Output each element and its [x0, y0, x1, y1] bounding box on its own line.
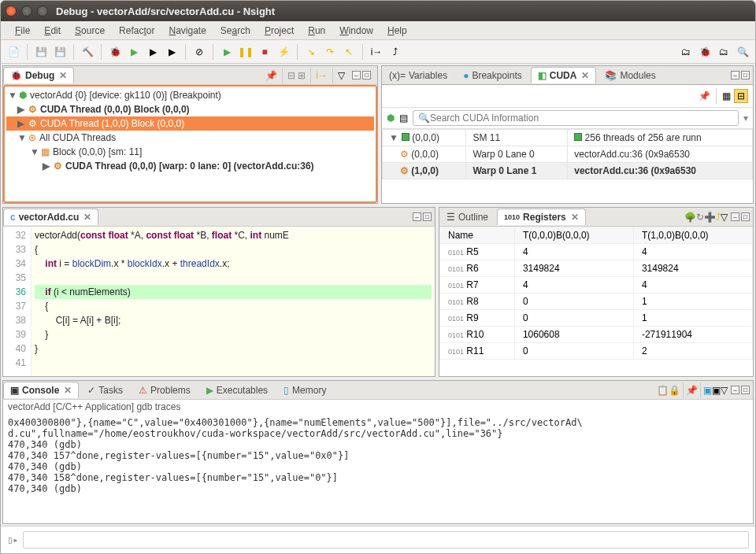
step-over-icon[interactable]: ↷	[322, 44, 338, 60]
perspective-cuda-icon[interactable]: 🗂	[716, 44, 732, 60]
close-icon[interactable]: ✕	[571, 212, 579, 223]
collapse-icon[interactable]: ⊟	[734, 89, 748, 103]
build-icon[interactable]: 🔨	[80, 44, 95, 60]
debug-tree-row[interactable]: ▼⊛All CUDA Threads	[6, 131, 374, 145]
menu-icon[interactable]: ▽	[721, 385, 728, 396]
new-icon[interactable]: 📄	[6, 44, 21, 60]
profile-icon[interactable]: ▶	[145, 44, 161, 60]
register-row[interactable]: 0101 R801	[440, 294, 753, 310]
tab-memory[interactable]: ▯Memory	[276, 382, 333, 398]
pin-icon[interactable]: 📌	[265, 70, 277, 81]
cuda-row[interactable]: ▼ (0,0,0)SM 11 256 threads of 256 are ru…	[383, 130, 753, 146]
maximize-view-icon[interactable]: □	[741, 386, 750, 394]
menu-search[interactable]: Search	[214, 24, 257, 38]
close-icon[interactable]: ✕	[83, 212, 91, 223]
tab-debug[interactable]: 🐞 Debug ✕	[3, 67, 74, 83]
filter-icon[interactable]: ▦	[722, 90, 731, 102]
pin-console-icon[interactable]: 📌	[686, 385, 698, 396]
register-row[interactable]: 0101 R631498243149824	[440, 260, 753, 277]
minimize-view-icon[interactable]: –	[352, 71, 361, 79]
cuda-search[interactable]: 🔍	[413, 110, 739, 126]
register-row[interactable]: 0101 R101060608-271911904	[440, 327, 753, 343]
terminate-icon[interactable]: ■	[257, 44, 272, 60]
cuda-table[interactable]: ▼ (0,0,0)SM 11 256 threads of 256 are ru…	[382, 129, 753, 203]
run-last-icon[interactable]: ▶	[164, 44, 180, 60]
menu-window[interactable]: Window	[333, 24, 380, 38]
perspective-bug-icon[interactable]: 🐞	[697, 44, 713, 60]
cuda-row[interactable]: ⚙ (0,0,0)Warp 0 Lane 0vectorAdd.cu:36 (0…	[383, 146, 753, 163]
perspective-debug-icon[interactable]: 🗂	[678, 44, 694, 60]
resume-icon[interactable]: ▶	[219, 44, 235, 60]
cube-icon[interactable]: ⬢	[387, 113, 395, 124]
close-icon[interactable]: ✕	[64, 385, 72, 396]
menu-edit[interactable]: Edit	[38, 24, 67, 38]
tab-registers[interactable]: 1010Registers✕	[497, 209, 586, 225]
register-row[interactable]: 0101 R901	[440, 310, 753, 327]
open-icon[interactable]: ▣	[712, 385, 721, 396]
tree-icon[interactable]: 🌳	[684, 212, 696, 223]
menu-refactor[interactable]: Refactor	[113, 24, 161, 38]
tab-editor[interactable]: с vectorAdd.cu ✕	[3, 209, 98, 225]
window-close-button[interactable]	[6, 6, 17, 17]
register-row[interactable]: 0101 R544	[440, 244, 753, 260]
step-into-icon[interactable]: ↘	[303, 44, 319, 60]
expand-icon[interactable]: ⊞	[298, 70, 306, 81]
disconnect-icon[interactable]: ⚡	[276, 44, 291, 60]
lock-icon[interactable]: 🔒	[669, 385, 680, 396]
maximize-view-icon[interactable]: □	[741, 212, 750, 221]
tab-outline[interactable]: ☰Outline	[439, 209, 495, 225]
clear-icon[interactable]: 📋	[657, 385, 669, 396]
tab-tasks[interactable]: ✓Tasks	[80, 382, 130, 398]
maximize-view-icon[interactable]: □	[423, 212, 432, 221]
tab-console[interactable]: ▣Console✕	[3, 382, 79, 398]
debug-tree[interactable]: ▼⬢vectorAdd {0} [device: gk110 (0)] (Bre…	[3, 85, 377, 203]
suspend-icon[interactable]: ❚❚	[238, 44, 254, 60]
pin-icon[interactable]: 📌	[699, 90, 710, 102]
debug-tree-row[interactable]: ▶⚙CUDA Thread (1,0,0) Block (0,0,0)	[6, 116, 374, 131]
run-icon[interactable]: ▶	[126, 44, 142, 60]
tab-problems[interactable]: ⚠Problems	[132, 382, 198, 398]
menu-navigate[interactable]: Navigate	[162, 24, 212, 38]
debug-icon[interactable]: 🐞	[107, 44, 123, 60]
refresh-icon[interactable]: ↻	[696, 212, 704, 223]
tab-cuda[interactable]: ◧CUDA✕	[531, 67, 597, 83]
menu-icon[interactable]: ▽	[721, 212, 728, 223]
cuda-row[interactable]: ⚙ (1,0,0)Warp 0 Lane 1vectorAdd.cu:36 (0…	[383, 163, 753, 179]
registers-table[interactable]: NameT(0,0,0)B(0,0,0)T(1,0,0)B(0,0,0)0101…	[439, 227, 753, 376]
tab-breakpoints[interactable]: ●Breakpoints	[456, 67, 529, 83]
console-output[interactable]: 0x400300800"},{name="C",value="0x4003010…	[3, 414, 753, 523]
editor-code[interactable]: vectorAdd(const float *A, const float *B…	[32, 227, 435, 376]
cuda-search-input[interactable]	[430, 113, 733, 124]
collapse-icon[interactable]: ⊟	[287, 70, 295, 81]
debug-tree-row[interactable]: ▼⬢vectorAdd {0} [device: gk110 (0)] (Bre…	[6, 88, 374, 102]
minimize-view-icon[interactable]: –	[731, 212, 739, 221]
register-row[interactable]: 0101 R744	[440, 277, 753, 294]
tab-variables[interactable]: (x)=Variables	[382, 67, 454, 83]
step-mode-icon[interactable]: i→	[316, 70, 328, 81]
close-icon[interactable]: ✕	[59, 70, 67, 81]
menu-project[interactable]: Project	[258, 24, 300, 38]
debug-tree-row[interactable]: ▼▦Block (0,0,0) [sm: 11]	[6, 145, 374, 159]
maximize-view-icon[interactable]: □	[362, 71, 371, 79]
window-minimize-button[interactable]	[21, 6, 32, 17]
debug-tree-row[interactable]: ▶⚙CUDA Thread (0,0,0) Block (0,0,0)	[6, 102, 374, 116]
save-all-icon[interactable]: 💾	[52, 44, 68, 60]
save-icon[interactable]: 💾	[33, 44, 49, 60]
menu-file[interactable]: File	[9, 24, 36, 38]
skip-breakpoints-icon[interactable]: ⊘	[191, 44, 207, 60]
window-maximize-button[interactable]	[37, 6, 48, 17]
display-icon[interactable]: ▣	[703, 385, 712, 396]
tab-executables[interactable]: ▶Executables	[199, 382, 275, 398]
minimize-view-icon[interactable]: –	[731, 71, 739, 79]
command-input[interactable]	[23, 531, 749, 548]
grid-icon[interactable]: ▤	[399, 113, 408, 124]
view-menu-icon[interactable]: ▽	[338, 70, 345, 81]
add-icon[interactable]: ➕	[704, 212, 716, 223]
editor-gutter[interactable]: 32333435363738394041	[3, 227, 32, 376]
maximize-view-icon[interactable]: □	[741, 71, 750, 79]
instruction-step-icon[interactable]: i→	[369, 44, 384, 60]
step-return-icon[interactable]: ↖	[341, 44, 357, 60]
menu-source[interactable]: Source	[69, 24, 111, 38]
dropdown-icon[interactable]: ▾	[743, 113, 748, 124]
close-icon[interactable]: ✕	[581, 70, 589, 81]
